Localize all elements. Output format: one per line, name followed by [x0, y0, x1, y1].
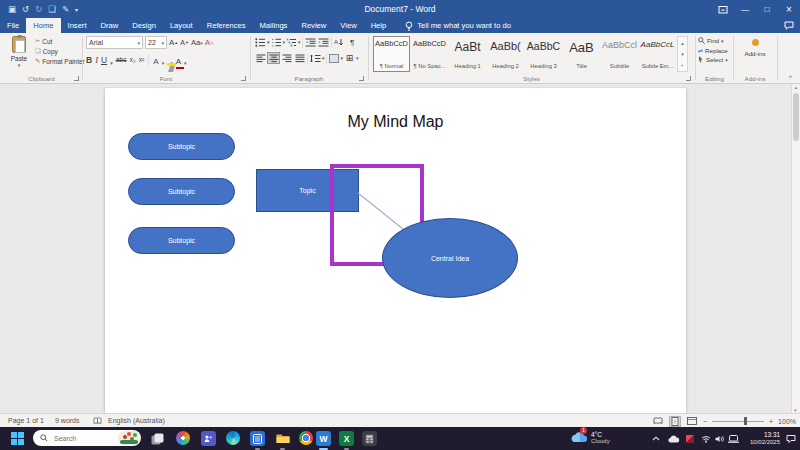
decrease-indent-button[interactable]	[304, 36, 317, 48]
italic-button[interactable]: I	[95, 53, 98, 66]
word-count[interactable]: 9 words	[55, 417, 80, 424]
style-no-spacing[interactable]: AaBbCcD ¶ No Spac...	[411, 36, 448, 72]
styles-gallery-more-button[interactable]: ▴▾▪	[677, 36, 688, 72]
bullets-button[interactable]	[254, 36, 267, 48]
central-idea-shape[interactable]: Central Idea	[382, 218, 518, 298]
paragraph-dialog-launcher[interactable]	[359, 76, 364, 81]
comments-icon[interactable]	[784, 21, 794, 32]
wifi-tray-icon[interactable]	[701, 427, 711, 450]
style-subtle-emphasis[interactable]: AaBbCcL Subtle Em...	[639, 36, 676, 72]
vertical-scrollbar[interactable]: ▴ ▾	[791, 84, 800, 413]
style-normal[interactable]: AaBbCcD ¶ Normal	[373, 36, 410, 72]
increase-indent-button[interactable]	[317, 36, 330, 48]
align-right-button[interactable]	[280, 52, 293, 64]
justify-button[interactable]	[293, 52, 306, 64]
taskbar-search[interactable]	[33, 430, 141, 446]
subscript-button[interactable]: x₂	[130, 53, 136, 66]
maximize-button[interactable]: □	[756, 0, 778, 18]
zoom-out-button[interactable]: −	[703, 418, 707, 425]
shrink-font-button[interactable]: A▼	[180, 36, 189, 49]
calculator-app-icon[interactable]	[362, 431, 377, 446]
font-size-select[interactable]: 22▾	[145, 36, 167, 49]
sort-button[interactable]: A	[333, 36, 346, 48]
grow-font-button[interactable]: A▲	[169, 36, 178, 49]
style-subtitle[interactable]: AaBbCcl Subtitle	[601, 36, 638, 72]
superscript-button[interactable]: x²	[139, 53, 145, 66]
zoom-slider-thumb[interactable]	[744, 417, 747, 425]
tab-view[interactable]: View	[333, 18, 363, 33]
ribbon-display-options-button[interactable]	[712, 0, 734, 18]
copy-button[interactable]: ❏Copy	[35, 47, 85, 55]
web-layout-button[interactable]	[686, 416, 698, 427]
subtopic-shape-2[interactable]: Subtopic	[128, 178, 235, 205]
paste-dropdown-icon[interactable]: ▾	[5, 62, 33, 68]
tab-draw[interactable]: Draw	[94, 18, 126, 33]
tab-insert[interactable]: Insert	[61, 18, 94, 33]
volume-tray-icon[interactable]	[715, 427, 724, 450]
document-title-text[interactable]: My Mind Map	[105, 113, 686, 131]
multilevel-list-button[interactable]	[285, 36, 298, 48]
print-layout-button[interactable]	[669, 416, 681, 427]
format-painter-button[interactable]: ✎Format Painter	[35, 57, 85, 65]
phone-link-icon[interactable]	[250, 431, 265, 446]
start-button[interactable]	[10, 431, 25, 446]
shading-button[interactable]	[328, 52, 341, 64]
weather-widget[interactable]: 1 4°C Cloudy	[570, 429, 610, 447]
notification-center-button[interactable]	[786, 427, 796, 450]
change-case-button[interactable]: Aa▾	[191, 36, 203, 49]
clipboard-dialog-launcher[interactable]	[74, 76, 79, 81]
zoom-in-button[interactable]: +	[769, 418, 773, 425]
minimize-button[interactable]: —	[734, 0, 756, 18]
align-center-button[interactable]	[267, 52, 280, 64]
tab-mailings[interactable]: Mailings	[253, 18, 295, 33]
laptop-tray-icon[interactable]	[728, 427, 739, 450]
tab-review[interactable]: Review	[294, 18, 333, 33]
photos-app-icon[interactable]	[176, 431, 190, 445]
scrollbar-up-icon[interactable]: ▴	[795, 84, 798, 90]
page-indicator[interactable]: Page 1 of 1	[8, 417, 44, 424]
underline-dropdown-icon[interactable]: ▾	[110, 60, 113, 66]
strikethrough-button[interactable]: abc	[116, 53, 127, 66]
tab-home[interactable]: Home	[26, 18, 60, 33]
font-dialog-launcher[interactable]	[241, 76, 246, 81]
teams-app-icon[interactable]	[201, 431, 216, 446]
scrollbar-thumb[interactable]	[793, 93, 799, 141]
tab-file[interactable]: File	[0, 18, 26, 33]
tray-expand-button[interactable]	[652, 427, 660, 450]
align-left-button[interactable]	[254, 52, 267, 64]
search-daily-image[interactable]	[118, 431, 140, 445]
cut-button[interactable]: ✂Cut	[35, 37, 85, 45]
style-heading-3[interactable]: AaBbC Heading 3	[525, 36, 562, 72]
tab-layout[interactable]: Layout	[163, 18, 200, 33]
read-mode-button[interactable]	[652, 416, 664, 427]
security-tray-icon[interactable]	[686, 427, 694, 450]
replace-button[interactable]: ⇄ Replace	[698, 47, 728, 54]
borders-button[interactable]: ⊞	[343, 52, 356, 64]
style-title[interactable]: AaB Title	[563, 36, 600, 72]
show-hide-pilcrow-button[interactable]: ¶	[346, 36, 359, 48]
styles-dialog-launcher[interactable]	[686, 76, 691, 81]
style-heading-2[interactable]: AaBb( Heading 2	[487, 36, 524, 72]
document-page[interactable]: My Mind Map Subtopic Subtopic Subtopic T…	[105, 88, 686, 413]
excel-app-icon[interactable]: X	[339, 431, 354, 446]
proofing-icon[interactable]	[93, 417, 102, 426]
numbering-button[interactable]	[270, 36, 283, 48]
file-explorer-icon[interactable]	[275, 431, 290, 446]
chrome-browser-icon[interactable]	[299, 431, 313, 445]
find-button[interactable]: Find▾	[698, 37, 728, 44]
taskbar-clock[interactable]: 13:31 10/02/2025	[740, 431, 780, 447]
line-spacing-button[interactable]	[309, 52, 322, 64]
tab-design[interactable]: Design	[125, 18, 163, 33]
zoom-slider[interactable]	[712, 421, 764, 422]
subtopic-shape-1[interactable]: Subtopic	[128, 133, 235, 160]
bold-button[interactable]: B	[86, 53, 92, 66]
search-input[interactable]	[52, 434, 108, 443]
font-name-select[interactable]: Arial▾	[86, 36, 143, 49]
select-button[interactable]: Select▾	[698, 56, 728, 63]
paste-button[interactable]: Paste ▾	[5, 35, 33, 68]
close-button[interactable]: ×	[778, 0, 800, 18]
tell-me-box[interactable]: Tell me what you want to do	[405, 18, 511, 33]
style-heading-1[interactable]: AaBt Heading 1	[449, 36, 486, 72]
tab-help[interactable]: Help	[364, 18, 394, 33]
underline-button[interactable]: U	[101, 53, 107, 66]
